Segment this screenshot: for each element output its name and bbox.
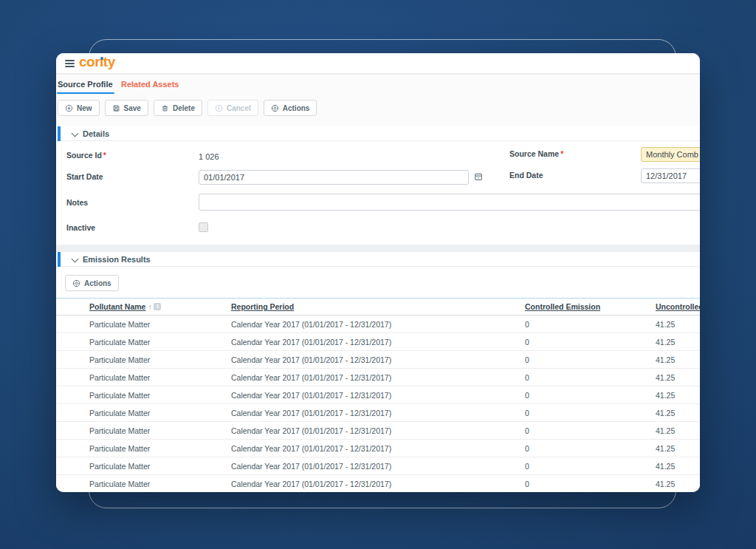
cell-controlled-emission: 0 — [525, 355, 529, 364]
emission-results-section: Emission Results Actions Pollutant Name … — [56, 252, 700, 492]
cority-logo: corıty — [79, 54, 115, 70]
save-button[interactable]: Save — [105, 100, 148, 116]
actions-icon — [72, 279, 80, 287]
table-row[interactable]: Particulate Matter Calendar Year 2017 (0… — [56, 351, 700, 369]
column-header-controlled-emission[interactable]: Controlled Emission — [525, 302, 600, 311]
table-row[interactable]: Particulate Matter Calendar Year 2017 (0… — [56, 369, 700, 386]
table-row[interactable]: Particulate Matter Calendar Year 2017 (0… — [56, 333, 700, 351]
cell-uncontrolled-emission: 41.25 — [656, 462, 675, 471]
cell-reporting-period: Calendar Year 2017 (01/01/2017 - 12/31/2… — [231, 338, 391, 347]
cell-reporting-period: Calendar Year 2017 (01/01/2017 - 12/31/2… — [231, 409, 391, 417]
cell-controlled-emission: 0 — [525, 462, 529, 471]
trash-icon — [161, 104, 169, 112]
details-section: Details Source Id* 1 026 Source Name* St… — [56, 126, 700, 245]
cell-controlled-emission: 0 — [525, 480, 529, 488]
tab-related-assets[interactable]: Related Assets — [121, 80, 179, 89]
source-id-label: Source Id* — [66, 151, 106, 160]
end-date-label: End Date — [509, 171, 543, 180]
cell-pollutant-name: Particulate Matter — [89, 355, 150, 364]
cell-pollutant-name: Particulate Matter — [89, 480, 150, 488]
plus-circle-icon — [65, 104, 73, 112]
cell-controlled-emission: 0 — [525, 391, 529, 400]
required-marker: * — [560, 149, 563, 158]
delete-button[interactable]: Delete — [154, 100, 202, 116]
actions-icon — [271, 104, 279, 112]
chevron-down-icon — [72, 130, 79, 137]
details-section-header[interactable]: Details — [56, 126, 700, 141]
app-header: corıty — [56, 53, 700, 74]
sort-ascending-icon[interactable]: ↑ — [148, 303, 151, 311]
tab-source-profile[interactable]: Source Profile — [58, 80, 113, 89]
cell-uncontrolled-emission: 41.25 — [656, 373, 675, 382]
cell-controlled-emission: 0 — [525, 320, 529, 329]
sort-order-badge: 1 — [154, 303, 161, 310]
end-date-input[interactable] — [641, 168, 700, 183]
source-name-input[interactable] — [641, 147, 700, 162]
new-button[interactable]: New — [58, 100, 100, 116]
cell-pollutant-name: Particulate Matter — [89, 426, 150, 435]
table-row[interactable]: Particulate Matter Calendar Year 2017 (0… — [56, 475, 700, 492]
start-date-calendar-button[interactable] — [472, 171, 484, 183]
chrome-bar: Source Profile Related Assets New Save D… — [56, 75, 700, 126]
table-row[interactable]: Particulate Matter Calendar Year 2017 (0… — [56, 422, 700, 440]
cell-pollutant-name: Particulate Matter — [89, 444, 150, 453]
cancel-icon — [215, 104, 223, 112]
table-row[interactable]: Particulate Matter Calendar Year 2017 (0… — [56, 316, 700, 333]
chevron-down-icon — [72, 256, 79, 263]
cell-reporting-period: Calendar Year 2017 (01/01/2017 - 12/31/2… — [231, 480, 391, 488]
table-row[interactable]: Particulate Matter Calendar Year 2017 (0… — [56, 404, 700, 422]
emission-results-header[interactable]: Emission Results — [56, 252, 700, 267]
logo-text: cor — [79, 54, 100, 69]
actions-button[interactable]: Actions — [264, 100, 317, 116]
section-accent-bar — [58, 126, 61, 141]
cell-uncontrolled-emission: 41.25 — [656, 480, 675, 488]
cell-pollutant-name: Particulate Matter — [89, 373, 150, 382]
cell-uncontrolled-emission: 41.25 — [656, 426, 675, 435]
column-header-reporting-period[interactable]: Reporting Period — [231, 302, 294, 311]
app-window: corıty Source Profile Related Assets New… — [56, 53, 700, 492]
active-tab-underline — [57, 92, 114, 94]
cell-pollutant-name: Particulate Matter — [89, 462, 150, 471]
cell-uncontrolled-emission: 41.25 — [656, 391, 675, 400]
notes-input[interactable] — [199, 194, 700, 211]
calendar-icon — [473, 171, 484, 182]
table-header-row: Pollutant Name ↑ 1 Reporting Period Cont… — [56, 299, 700, 316]
cell-pollutant-name: Particulate Matter — [89, 409, 150, 417]
cell-controlled-emission: 0 — [525, 338, 529, 347]
column-header-uncontrolled-emission[interactable]: Uncontrolled Emission — [656, 302, 700, 311]
hamburger-menu-icon[interactable] — [65, 60, 75, 67]
cell-reporting-period: Calendar Year 2017 (01/01/2017 - 12/31/2… — [231, 426, 391, 435]
table-row[interactable]: Particulate Matter Calendar Year 2017 (0… — [56, 386, 700, 404]
tab-bar: Source Profile Related Assets — [56, 75, 700, 97]
table-row[interactable]: Particulate Matter Calendar Year 2017 (0… — [56, 457, 700, 475]
section-title: Emission Results — [83, 255, 151, 264]
cell-controlled-emission: 0 — [525, 444, 529, 453]
section-accent-bar — [58, 252, 61, 267]
toolbar: New Save Delete Cancel Actions — [58, 100, 317, 116]
cell-reporting-period: Calendar Year 2017 (01/01/2017 - 12/31/2… — [231, 462, 391, 471]
cell-controlled-emission: 0 — [525, 409, 529, 417]
cell-reporting-period: Calendar Year 2017 (01/01/2017 - 12/31/2… — [231, 373, 391, 382]
table-row[interactable]: Particulate Matter Calendar Year 2017 (0… — [56, 440, 700, 457]
required-marker: * — [103, 151, 106, 160]
cell-reporting-period: Calendar Year 2017 (01/01/2017 - 12/31/2… — [231, 444, 391, 453]
emission-actions-button[interactable]: Actions — [65, 275, 119, 291]
source-id-value: 1 026 — [199, 152, 219, 161]
cell-uncontrolled-emission: 41.25 — [656, 409, 675, 417]
inactive-label: Inactive — [66, 223, 95, 232]
cancel-button[interactable]: Cancel — [207, 100, 258, 116]
cell-controlled-emission: 0 — [525, 426, 529, 435]
section-title: Details — [83, 129, 109, 138]
start-date-label: Start Date — [66, 172, 103, 181]
cell-reporting-period: Calendar Year 2017 (01/01/2017 - 12/31/2… — [231, 391, 391, 400]
cell-uncontrolled-emission: 41.25 — [656, 444, 675, 453]
cell-pollutant-name: Particulate Matter — [89, 320, 150, 329]
inactive-checkbox[interactable] — [199, 222, 208, 232]
cell-uncontrolled-emission: 41.25 — [656, 338, 675, 347]
cell-uncontrolled-emission: 41.25 — [656, 320, 675, 329]
cell-uncontrolled-emission: 41.25 — [656, 355, 675, 364]
cell-pollutant-name: Particulate Matter — [89, 338, 150, 347]
source-name-label: Source Name* — [509, 149, 563, 158]
start-date-input[interactable] — [199, 170, 469, 185]
column-header-pollutant-name[interactable]: Pollutant Name ↑ 1 — [89, 302, 161, 311]
